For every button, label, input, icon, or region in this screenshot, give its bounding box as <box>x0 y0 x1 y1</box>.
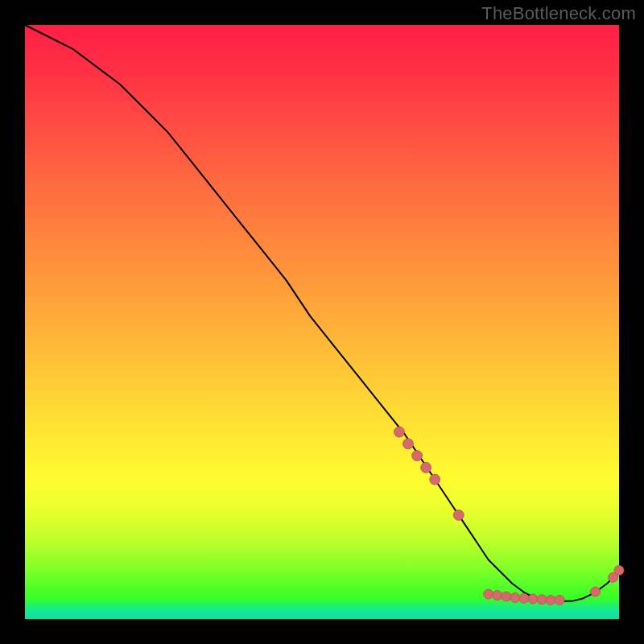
curve-marker <box>502 592 511 601</box>
watermark-text: TheBottleneck.com <box>481 3 636 24</box>
curve-marker <box>412 451 423 461</box>
curve-marker <box>403 439 414 449</box>
curve-marker <box>493 590 502 600</box>
curve-marker <box>453 510 464 520</box>
chart-frame: TheBottleneck.com <box>0 0 644 644</box>
bottleneck-curve <box>25 25 619 601</box>
curve-marker <box>590 587 600 597</box>
curve-marker <box>430 474 440 485</box>
curve-marker <box>555 595 564 605</box>
curve-marker <box>519 593 529 603</box>
curve-marker <box>546 595 555 605</box>
curve-marker <box>537 595 547 605</box>
chart-svg <box>25 25 619 619</box>
curve-marker <box>484 589 493 599</box>
curve-markers <box>394 427 624 605</box>
curve-marker <box>394 427 404 437</box>
curve-marker <box>421 462 431 473</box>
curve-marker <box>528 594 538 604</box>
plot-area <box>25 25 619 619</box>
curve-marker <box>614 565 624 575</box>
curve-marker <box>510 592 520 602</box>
